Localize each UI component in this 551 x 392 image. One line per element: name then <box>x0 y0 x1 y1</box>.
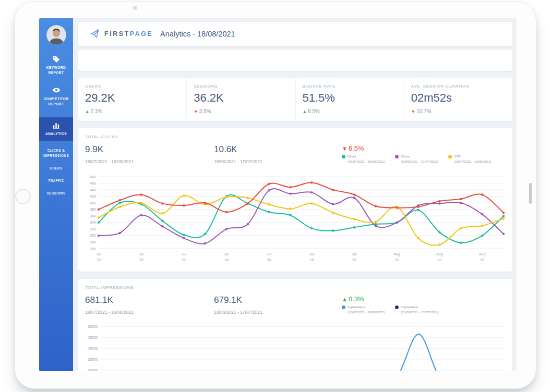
sidebar-item-keyword-report[interactable]: KEYWORD REPORT <box>39 55 73 76</box>
impressions-previous: 679.1K 18/06/2021 - 17/07/2021 <box>214 295 342 315</box>
screen: KEYWORD REPORT COMPETITOR REPORT ANALYTI… <box>39 18 517 371</box>
legend-dot <box>342 155 345 158</box>
sidebar-item-label: COMPETITOR REPORT <box>42 96 70 107</box>
brand-first: FIRST <box>104 30 130 38</box>
tag-icon <box>52 55 60 63</box>
kpi-delta: ▼10.7% <box>411 108 512 114</box>
kpi-value: 29.2K <box>85 91 186 105</box>
triangle-icon: ▼ <box>411 109 415 114</box>
filter-bar <box>78 50 512 71</box>
svg-text:Aug: Aug <box>394 252 401 256</box>
impressions-chart: 3000035000400004500050000 <box>85 323 506 371</box>
impressions-panel-stats: 681.1K 18/07/2021 - 16/08/2021 679.1K 18… <box>85 295 506 315</box>
svg-text:22: 22 <box>182 258 186 262</box>
kpi-label: USERS <box>85 84 186 89</box>
kpi-delta: ▼3.9% <box>194 108 295 114</box>
impressions-current: 681.1K 18/07/2021 - 16/08/2021 <box>85 295 214 315</box>
kpi-value: 36.2K <box>194 91 295 105</box>
svg-text:Jul: Jul <box>139 252 143 256</box>
clicks-right-block: ▼6.5% Clicks(18/07/2021 - 16/08/2021) Cl… <box>342 144 506 164</box>
impressions-delta: ▲0.3% <box>342 295 506 303</box>
sidebar-item-analytics[interactable]: ANALYTICS <box>39 117 73 141</box>
bar-chart-icon <box>52 121 60 129</box>
total-clicks-panel: TOTAL CLICKS 9.9K 18/07/2021 - 16/08/202… <box>78 128 512 272</box>
sidebar-item-clicks-impressions[interactable]: CLICKS & IMPRESSIONS <box>41 148 71 158</box>
triangle-icon: ▲ <box>85 109 89 114</box>
svg-text:35000: 35000 <box>88 358 99 361</box>
kpi-value: 51.5% <box>303 91 404 105</box>
clicks-legend: Clicks(18/07/2021 - 16/08/2021) Clicks(1… <box>342 154 506 164</box>
legend-dot <box>342 305 345 309</box>
triangle-icon: ▲ <box>303 109 307 114</box>
sidebar-item-label: KEYWORD REPORT <box>42 65 70 76</box>
camera-dot <box>133 6 137 10</box>
svg-text:28: 28 <box>310 258 314 262</box>
svg-text:Aug: Aug <box>436 252 443 256</box>
legend-item-impressions-current[interactable]: Impressions(18/07/2021 - 16/08/2021) <box>342 304 395 314</box>
sidebar-item-label: ANALYTICS <box>42 131 70 137</box>
sidebar-nav: KEYWORD REPORT COMPETITOR REPORT ANALYTI… <box>39 55 73 203</box>
legend-item-clicks-current[interactable]: Clicks(18/07/2021 - 16/08/2021) <box>342 154 395 164</box>
sidebar-item-traffic[interactable]: TRAFFIC <box>41 178 71 183</box>
panel-title: TOTAL CLICKS <box>85 134 506 139</box>
kpi-label: SESSIONS <box>194 84 295 89</box>
impressions-legend: Impressions(18/07/2021 - 16/08/2021) Imp… <box>342 304 506 314</box>
avatar[interactable] <box>46 25 66 45</box>
svg-text:260: 260 <box>90 247 96 251</box>
svg-text:24: 24 <box>224 258 229 262</box>
svg-text:50000: 50000 <box>88 325 99 328</box>
legend-dot <box>395 305 399 309</box>
volume-button <box>529 183 532 204</box>
header-bar: FIRSTPAGE Analytics - 18/08/2021 <box>78 22 512 46</box>
svg-text:40000: 40000 <box>88 347 99 350</box>
svg-text:480: 480 <box>90 175 96 179</box>
svg-text:30000: 30000 <box>88 369 99 372</box>
page-title: Analytics - 18/08/2021 <box>160 30 235 38</box>
logo: FIRSTPAGE <box>90 29 153 39</box>
svg-text:400: 400 <box>90 201 96 205</box>
sidebar-item-users[interactable]: USERS <box>41 166 71 171</box>
clicks-delta: ▼6.5% <box>342 144 506 152</box>
kpi-label: AVE. SESSION DURATION <box>411 84 512 89</box>
svg-text:45000: 45000 <box>88 336 99 339</box>
kpi-delta: ▲8.5% <box>303 108 404 114</box>
svg-text:320: 320 <box>90 227 96 231</box>
svg-text:Jul: Jul <box>267 252 271 256</box>
panel-title: TOTAL IMPRESSIONS <box>85 285 506 290</box>
home-button[interactable] <box>15 189 31 204</box>
legend-dot <box>448 155 452 158</box>
svg-text:26: 26 <box>267 258 271 262</box>
svg-text:460: 460 <box>90 181 96 185</box>
svg-text:Jul: Jul <box>182 252 186 256</box>
svg-text:340: 340 <box>90 220 96 224</box>
svg-text:420: 420 <box>90 194 96 198</box>
legend-item-impressions-previous[interactable]: Impressions(18/06/2021 - 17/07/2021) <box>395 304 448 314</box>
legend-dot <box>395 155 399 158</box>
paper-plane-icon <box>89 28 101 40</box>
sidebar-item-sessions[interactable]: SESSIONS <box>41 191 71 196</box>
kpi-label: BOUNCE RATE <box>303 84 404 89</box>
clicks-chart: 260280300320340360380400420440460480Jul1… <box>85 173 506 265</box>
svg-text:440: 440 <box>90 188 96 192</box>
svg-text:20: 20 <box>139 258 143 262</box>
svg-text:380: 380 <box>90 207 96 211</box>
avatar-image <box>46 25 66 45</box>
svg-text:01: 01 <box>395 258 399 262</box>
kpi-users: USERS 29.2K ▲2.1% <box>78 78 186 121</box>
eye-icon <box>52 86 61 94</box>
kpi-delta: ▲2.1% <box>85 108 186 114</box>
sidebar-item-competitor-report[interactable]: COMPETITOR REPORT <box>39 86 73 107</box>
legend-item-clicks-previous[interactable]: Clicks(18/06/2021 - 17/07/2021) <box>395 154 448 164</box>
svg-text:Jul: Jul <box>352 252 357 256</box>
kpi-row: USERS 29.2K ▲2.1% SESSIONS 36.2K ▼3.9% B… <box>78 78 512 121</box>
kpi-sessions: SESSIONS 36.2K ▼3.9% <box>186 78 295 121</box>
tablet-frame: KEYWORD REPORT COMPETITOR REPORT ANALYTI… <box>15 1 536 389</box>
triangle-icon: ▲ <box>342 296 348 302</box>
total-impressions-panel: TOTAL IMPRESSIONS 681.1K 18/07/2021 - 16… <box>78 279 512 371</box>
clicks-panel-stats: 9.9K 18/07/2021 - 16/08/2021 10.6K 18/06… <box>85 144 506 164</box>
svg-text:03: 03 <box>438 258 442 262</box>
svg-text:Jul: Jul <box>224 252 229 256</box>
legend-item-ctr[interactable]: CTR(18/07/2021 - 16/08/2021) <box>448 154 501 164</box>
kpi-bounce-rate: BOUNCE RATE 51.5% ▲8.5% <box>295 78 404 121</box>
svg-text:300: 300 <box>90 234 96 237</box>
